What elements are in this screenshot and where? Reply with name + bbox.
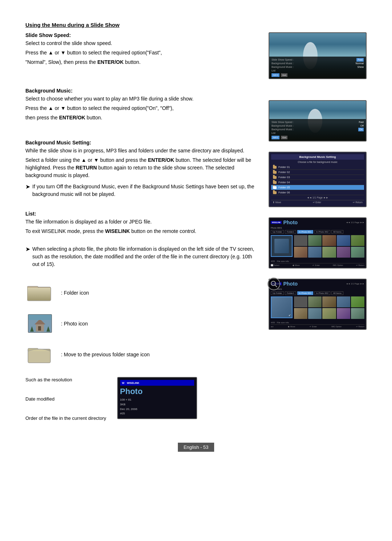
- wiselink-logo-1: WISELINK: [271, 221, 282, 224]
- photo-info-bar-2: 4/05 File size info: [271, 321, 364, 324]
- page-footer: English - 53: [25, 432, 367, 452]
- photo-icon-row: : Photo icon: [25, 312, 258, 335]
- tab-in-photo-001: In Photo 001: [297, 230, 313, 234]
- photo-screen-header-1: WISELINK Photo ◄◄ 1/1 Page ►►: [271, 220, 364, 225]
- text-column: Slide Show Speed: Select to control the …: [25, 32, 258, 366]
- screen-overlay-1: Slide Show Speed : Fast Background Music…: [269, 57, 366, 78]
- folder-small-icon: [273, 171, 277, 174]
- bgm-nav-move: ⬆ Move: [273, 201, 281, 204]
- photo-nav-tabs-1: Up Folder Folder1 In Photo 001 In Photo …: [271, 230, 364, 234]
- svg-rect-8: [38, 326, 41, 331]
- diagram-labels: Such as the resolution Date modified Ord…: [25, 377, 106, 421]
- list-item: Folder 06: [271, 190, 364, 195]
- thumb2-2: [308, 296, 322, 307]
- list-item-highlighted: Folder 05: [271, 185, 364, 190]
- info-filesize: 3KB: [120, 402, 194, 407]
- photo-title-1: Photo: [283, 220, 298, 225]
- date-label: Date modified: [25, 396, 54, 402]
- folder-icon: [27, 283, 53, 303]
- icons-section: : Folder icon: [25, 281, 258, 366]
- page-number: English - 53: [178, 443, 215, 452]
- info-details: 108 × 81 3KB Dec 20, 2006 #05: [120, 398, 194, 416]
- thumb-5: [351, 235, 364, 246]
- bgm-line1: Select to choose whether you want to pla…: [25, 95, 258, 103]
- tab-all-items: All Items: [331, 230, 343, 234]
- list-line1: The file information is displayed as a f…: [25, 218, 258, 226]
- subsection-slideshow-speed: Slide Show Speed: Select to control the …: [25, 32, 258, 66]
- thumb2-4: [337, 296, 350, 307]
- photo-info-bar: 4/05 File size info: [271, 260, 364, 262]
- info-wiselink-bar: W WISELINK: [120, 380, 194, 386]
- info-wiselink-label: WISELINK: [127, 382, 139, 384]
- slideshow-speed-title: Slide Show Speed:: [25, 32, 258, 38]
- folder-small-icon: [273, 191, 277, 194]
- photo-bottom-bar-2: act◆ Move↵ EnterIMG Option↩ Return: [271, 324, 364, 328]
- bgm-setting-line2: Select a folder using the ▲ or ▼ button …: [25, 156, 258, 179]
- bgm-nav-bar: ⬆ Move ↵ Enter ↩ Return: [271, 200, 364, 205]
- order-label-item: Order of the file in the current directo…: [25, 415, 106, 421]
- folder-small-icon: [273, 176, 277, 179]
- photo-note-arrow-icon: ➤: [25, 246, 30, 253]
- photo-browser-screen-2: WISELINK Photo ◄◄ 1/1 Page ►► Photo-0001…: [269, 279, 367, 330]
- photo-screen-header-2: WISELINK Photo ◄◄ 1/1 Page ►►: [271, 281, 364, 287]
- svg-rect-11: [28, 315, 52, 320]
- photo-main-area-2: ↙: [271, 296, 364, 320]
- bgm-folder-list: Folder 01 Folder 02 Folder 03 Folder 04 …: [271, 165, 364, 195]
- photo-subtitle-1: Photo-0001: [271, 227, 364, 229]
- screen-mock-1: Slide Show Speed : Fast Background Music…: [269, 32, 367, 79]
- thumb-10: [351, 247, 364, 258]
- prev-folder-icon-label: : Move to the previous folder stage icon: [61, 352, 150, 357]
- thumb-4: [337, 235, 350, 246]
- svg-rect-3: [28, 288, 50, 300]
- photo-icon-label: : Photo icon: [61, 321, 88, 327]
- bgm-line3: then press the ENTER/OK button.: [25, 114, 258, 122]
- thumb2-7: [308, 308, 322, 319]
- photo-bottom-bar-1: ⬜ Select◆ Move↵ EnterIMG Option↩ Return: [271, 263, 364, 266]
- prev-folder-icon-container: [25, 343, 54, 366]
- info-photo-title: Photo: [120, 387, 194, 396]
- subsection-list: List: The file information is displayed …: [25, 211, 258, 235]
- bgm-note-text: If you turn Off the Background Music, ev…: [32, 183, 258, 198]
- list-item: Folder 01: [271, 165, 364, 170]
- image-column: Slide Show Speed : Fast Background Music…: [269, 32, 367, 366]
- svg-text:W: W: [122, 382, 124, 384]
- page-info-1: ◄◄ 1/1 Page ►►: [346, 221, 364, 224]
- slideshow-speed-line2: Press the ▲ or ▼ button to select the re…: [25, 49, 258, 57]
- bgm-nav-enter: ↵ Enter: [313, 201, 321, 204]
- tab2-in-photo-002: In Photo 002: [314, 291, 330, 295]
- photo-icon: [27, 313, 53, 333]
- bgm-screen-title: Background Music Setting: [271, 154, 364, 160]
- photo-nav-tabs-2: Up Folder Folder1 In Photo 001 In Photo …: [271, 291, 364, 295]
- bgm-setting-line1: While the slide show is in progress, MP3…: [25, 147, 258, 155]
- tab2-folder1: Folder1: [285, 291, 296, 295]
- thumb-3: [322, 235, 336, 246]
- prev-folder-icon: [27, 343, 53, 366]
- tab-up-folder: Up Folder: [271, 230, 284, 234]
- info-diagram: Such as the resolution Date modified Ord…: [25, 377, 367, 421]
- tab2-all-items: All Items: [331, 291, 343, 295]
- order-label: Order of the file in the current directo…: [25, 415, 106, 421]
- bgm-title: Background Music:: [25, 88, 258, 94]
- thumb2-6: [294, 308, 307, 319]
- screen-overlay-2: Slide Show Speed : Fast Background Music…: [269, 119, 366, 141]
- folder-icon-row: : Folder icon: [25, 281, 258, 304]
- resolution-label-item: Such as the resolution: [25, 377, 106, 382]
- thumb-2: [308, 235, 322, 246]
- thumb-8: [322, 247, 336, 258]
- screen-mock-2: Slide Show Speed : Fast Background Music…: [269, 100, 367, 142]
- magnifier-icon: [268, 278, 280, 290]
- photo-main-preview: [271, 235, 293, 257]
- info-screen-mock: W WISELINK Photo 108 × 81 3KB Dec 20, 20…: [117, 377, 197, 419]
- info-resolution: 108 × 81: [120, 398, 194, 402]
- bgm-pagination: ◄◄ 1/1 Page ►►: [271, 195, 364, 200]
- tab2-up-folder: Up Folder: [271, 291, 284, 295]
- slideshow-speed-line1: Select to control the slide show speed.: [25, 40, 258, 47]
- subsection-bgm-setting: Background Music Setting: While the slid…: [25, 140, 258, 200]
- thumb-9: [337, 247, 350, 258]
- photo-thumbnails-grid-2: [294, 296, 364, 319]
- list-item: Folder 03: [271, 175, 364, 180]
- thumb2-3: [322, 296, 336, 307]
- folder-small-icon: [273, 166, 277, 169]
- thumb2-5: [351, 296, 364, 307]
- svg-rect-14: [28, 351, 50, 362]
